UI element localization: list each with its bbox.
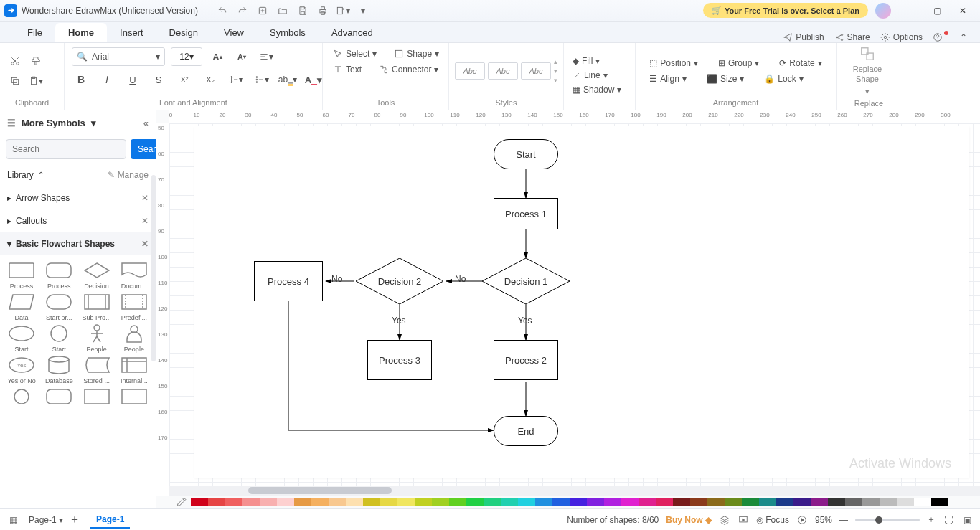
- close-icon[interactable]: ✕: [141, 239, 149, 249]
- shape-yesno[interactable]: YesYes or No: [4, 356, 39, 384]
- color-swatch[interactable]: [673, 498, 682, 506]
- color-swatch[interactable]: [242, 498, 251, 506]
- color-swatch[interactable]: [811, 498, 819, 506]
- cut-button[interactable]: [6, 52, 24, 70]
- color-swatch[interactable]: [449, 498, 458, 506]
- fc-decision2[interactable]: Decision 2: [356, 258, 443, 304]
- cat-callouts[interactable]: ▸ Callouts✕: [0, 209, 156, 232]
- rotate-button[interactable]: ⟳ Rotate▾: [776, 58, 824, 68]
- subscript-button[interactable]: X₂: [201, 70, 220, 89]
- color-swatch[interactable]: [604, 498, 613, 506]
- options-button[interactable]: Options: [880, 32, 923, 42]
- align-button[interactable]: ▾: [257, 47, 275, 66]
- color-swatch[interactable]: [475, 498, 484, 506]
- shape-tool-button[interactable]: Shape▾: [391, 49, 442, 59]
- connector-tool-button[interactable]: Connector▾: [376, 65, 441, 75]
- bold-button[interactable]: B: [72, 70, 90, 89]
- color-swatch[interactable]: [785, 498, 793, 506]
- shape-internal[interactable]: Internal...: [117, 356, 151, 384]
- color-swatch[interactable]: [492, 498, 501, 506]
- increase-font-button[interactable]: A▴: [208, 47, 227, 66]
- tab-symbols[interactable]: Symbols: [257, 23, 319, 42]
- color-swatch[interactable]: [484, 498, 492, 506]
- zoom-in-button[interactable]: ＋: [927, 514, 936, 526]
- color-swatch[interactable]: [466, 498, 475, 506]
- color-swatch[interactable]: [268, 498, 277, 506]
- fill-button[interactable]: ◆ Fill▾: [570, 56, 624, 66]
- color-swatch[interactable]: [725, 498, 733, 506]
- collapse-ribbon-button[interactable]: ⌃: [960, 32, 967, 42]
- color-swatch[interactable]: [561, 498, 570, 506]
- qat-more-button[interactable]: ▾: [353, 0, 373, 22]
- line-button[interactable]: ⟋ Line▾: [570, 70, 624, 80]
- group-button[interactable]: ⊞ Group▾: [715, 58, 762, 68]
- color-swatch[interactable]: [707, 498, 716, 506]
- font-color-button[interactable]: A⎯▾: [304, 70, 323, 89]
- color-swatch[interactable]: [191, 498, 199, 506]
- shape-data[interactable]: Data: [4, 293, 39, 321]
- maximize-button[interactable]: ▢: [924, 0, 950, 22]
- color-swatch[interactable]: [329, 498, 337, 506]
- shape-extra4[interactable]: [117, 387, 151, 406]
- color-swatch[interactable]: [793, 498, 802, 506]
- color-swatch[interactable]: [750, 498, 759, 506]
- size-button[interactable]: ⬛ Size▾: [704, 74, 747, 84]
- color-swatch[interactable]: [397, 498, 406, 506]
- format-painter-button[interactable]: [27, 52, 45, 70]
- minimize-button[interactable]: —: [898, 0, 924, 22]
- add-page-button[interactable]: ＋: [69, 512, 80, 527]
- fit-page-icon[interactable]: ⛶: [943, 514, 954, 526]
- color-swatch[interactable]: [595, 498, 604, 506]
- print-button[interactable]: [313, 0, 333, 22]
- color-swatch[interactable]: [931, 498, 940, 506]
- color-swatch[interactable]: [630, 498, 639, 506]
- color-swatch[interactable]: [363, 498, 372, 506]
- shadow-button[interactable]: ▦ Shadow▾: [570, 85, 624, 95]
- open-button[interactable]: [273, 0, 293, 22]
- buy-now-link[interactable]: Buy Now ◆: [666, 515, 712, 525]
- canvas[interactable]: Start Process 1 Decision 1 Decision 2 Pr…: [169, 123, 980, 486]
- color-swatch[interactable]: [440, 498, 449, 506]
- color-swatch[interactable]: [415, 498, 423, 506]
- color-swatch[interactable]: [613, 498, 621, 506]
- shape-people-stick[interactable]: People: [80, 324, 114, 353]
- color-swatch[interactable]: [277, 498, 286, 506]
- focus-button[interactable]: ◎ Focus: [756, 515, 789, 525]
- color-swatch[interactable]: [647, 498, 656, 506]
- color-swatch[interactable]: [234, 498, 242, 506]
- color-swatch[interactable]: [527, 498, 535, 506]
- color-swatch[interactable]: [320, 498, 329, 506]
- close-button[interactable]: ✕: [950, 0, 976, 22]
- paste-button[interactable]: ▾: [27, 72, 45, 90]
- style-preset-2[interactable]: Abc: [488, 62, 518, 80]
- shape-extra3[interactable]: [80, 387, 114, 406]
- symbol-search-input[interactable]: [6, 139, 126, 159]
- bullets-button[interactable]: ▾: [253, 70, 271, 89]
- font-size-select[interactable]: 12 ▾: [171, 47, 202, 66]
- help-button[interactable]: [933, 32, 950, 42]
- color-swatch[interactable]: [509, 498, 518, 506]
- page-selector[interactable]: Page-1 ▾: [29, 515, 63, 525]
- shape-stored[interactable]: Stored ...: [80, 356, 114, 384]
- shape-extra2[interactable]: [42, 387, 76, 406]
- color-swatch[interactable]: [621, 498, 630, 506]
- shape-process[interactable]: Process: [4, 261, 39, 290]
- new-button[interactable]: [253, 0, 273, 22]
- color-swatch[interactable]: [819, 498, 828, 506]
- color-swatch[interactable]: [914, 498, 923, 506]
- color-swatch[interactable]: [690, 498, 699, 506]
- zoom-slider[interactable]: [855, 519, 920, 521]
- color-swatch[interactable]: [423, 498, 432, 506]
- collapse-icon[interactable]: «: [143, 118, 149, 128]
- strike-button[interactable]: S: [149, 70, 168, 89]
- style-scroll-down[interactable]: ▾: [554, 67, 557, 75]
- color-swatch[interactable]: [699, 498, 707, 506]
- profile-avatar[interactable]: [875, 3, 891, 19]
- color-swatch[interactable]: [837, 498, 845, 506]
- eyedropper-icon[interactable]: [176, 497, 187, 507]
- color-swatch[interactable]: [570, 498, 578, 506]
- color-swatch[interactable]: [225, 498, 234, 506]
- more-symbols-header[interactable]: ☰ More Symbols▾«: [0, 110, 156, 135]
- shape-decision[interactable]: Decision: [80, 261, 114, 290]
- color-swatch[interactable]: [682, 498, 690, 506]
